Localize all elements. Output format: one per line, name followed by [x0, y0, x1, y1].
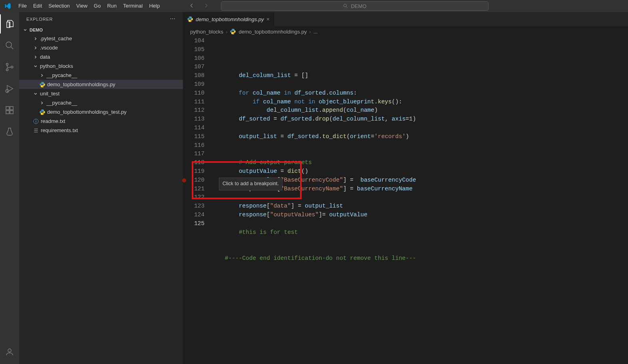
code-line[interactable]: [211, 80, 628, 89]
tab-label: demo_topbottomnholdings.py: [196, 16, 264, 22]
chevron-down-icon: [22, 27, 28, 33]
command-center[interactable]: DEMO: [221, 1, 489, 11]
search-activity-icon[interactable]: [0, 36, 19, 55]
extensions-icon[interactable]: [0, 101, 19, 120]
source-control-icon[interactable]: [0, 57, 19, 77]
svg-rect-10: [6, 111, 9, 114]
code-line[interactable]: #this is for test: [211, 228, 628, 237]
breakpoint-tooltip: Click to add a breakpoint.: [219, 178, 282, 190]
explorer-title: EXPLORER: [26, 17, 53, 22]
tree-item-data[interactable]: data: [19, 52, 183, 61]
chevron-right-icon: [33, 54, 38, 60]
breadcrumb-separator: ›: [226, 29, 227, 35]
tree-item-python-blocks[interactable]: python_blocks: [19, 61, 183, 71]
code-line[interactable]: # Add output paramets: [211, 158, 628, 167]
code-line[interactable]: [211, 245, 628, 254]
code-line[interactable]: for col_name in df_sorted.columns:: [211, 89, 628, 98]
menu-view[interactable]: View: [73, 3, 91, 9]
menu-selection[interactable]: Selection: [45, 3, 73, 9]
editor-area: demo_topbottomnholdings.py × python_bloc…: [183, 12, 628, 364]
code-line[interactable]: if col_name not in object_blueprint.keys…: [211, 98, 628, 107]
folder-root[interactable]: DEMO: [19, 26, 183, 34]
tree-item-label: .vscode: [40, 45, 58, 51]
search-icon: [343, 3, 348, 9]
tree-item-label: demo_topbottomnholdings.py: [47, 81, 115, 87]
svg-rect-9: [10, 107, 13, 110]
explorer-icon[interactable]: [0, 14, 19, 34]
menu-go[interactable]: Go: [91, 3, 104, 9]
sidebar: EXPLORER DEMO .pytest_cache.vscodedatapy…: [19, 12, 183, 364]
nav-forward-icon[interactable]: [203, 2, 209, 10]
menu-edit[interactable]: Edit: [30, 3, 45, 9]
tree-item-label: demo_topbottomnholdings_test.py: [47, 109, 127, 115]
code-line[interactable]: #----Code end identification-do not remo…: [211, 254, 628, 263]
breakpoint-margin[interactable]: [181, 37, 187, 364]
code-line[interactable]: [211, 141, 628, 150]
tree-item-requirements-txt[interactable]: requirements.txt: [19, 126, 183, 135]
svg-point-14: [172, 18, 173, 19]
chevron-right-icon: [33, 36, 38, 42]
svg-point-4: [6, 63, 8, 65]
code-line[interactable]: outputValue = dict(): [211, 167, 628, 176]
tree-item--pycache-[interactable]: __pycache__: [19, 98, 183, 107]
code-line[interactable]: del_column_list = []: [211, 71, 628, 80]
tree-item-label: __pycache__: [46, 100, 77, 106]
tree-item-unit-test[interactable]: unit_test: [19, 89, 183, 98]
code-line[interactable]: response["data"] = output_list: [211, 202, 628, 211]
main-layout: EXPLORER DEMO .pytest_cache.vscodedatapy…: [0, 12, 628, 364]
code-editor[interactable]: 1041051061071081091101111121131141151161…: [183, 37, 628, 364]
code-line[interactable]: [211, 124, 628, 133]
chevron-right-icon: [33, 45, 38, 51]
minimap[interactable]: [596, 37, 628, 364]
code-line[interactable]: [211, 237, 628, 245]
code-line[interactable]: df_sorted = df_sorted.drop(del_column_li…: [211, 115, 628, 124]
svg-point-12: [8, 349, 11, 352]
tree-item-readme-txt[interactable]: readme.txt: [19, 117, 183, 126]
code-line[interactable]: response["outputValues"]= outputValue: [211, 211, 628, 220]
svg-point-18: [36, 119, 36, 120]
breakpoint-hint-icon[interactable]: [182, 178, 186, 182]
svg-point-15: [174, 18, 175, 19]
line-number-gutter[interactable]: 1041051061071081091101111121131141151161…: [183, 37, 211, 364]
menu-file[interactable]: File: [15, 3, 30, 9]
python-file-icon: [39, 109, 46, 115]
tree-item-demo-topbottomnholdings-test-py[interactable]: demo_topbottomnholdings_test.py: [19, 107, 183, 117]
tree-item--pytest-cache[interactable]: .pytest_cache: [19, 34, 183, 43]
editor-tab[interactable]: demo_topbottomnholdings.py ×: [183, 12, 274, 26]
breadcrumb-item[interactable]: ...: [313, 29, 318, 35]
tree-item--vscode[interactable]: .vscode: [19, 43, 183, 52]
menu-help[interactable]: Help: [146, 3, 163, 9]
menu-terminal[interactable]: Terminal: [120, 3, 146, 9]
tree-item-label: requirements.txt: [41, 127, 78, 133]
run-debug-icon[interactable]: [0, 79, 19, 98]
breadcrumb-item[interactable]: python_blocks: [190, 29, 223, 35]
code-line[interactable]: del_column_list.append(col_name): [211, 106, 628, 115]
menu-run[interactable]: Run: [104, 3, 120, 9]
chevron-down-icon: [33, 63, 38, 69]
breadcrumbs[interactable]: python_blocks›demo_topbottomnholdings.py…: [183, 26, 628, 37]
svg-line-1: [346, 7, 348, 8]
code-line[interactable]: output_list = df_sorted.to_dict(orient='…: [211, 133, 628, 141]
breadcrumb-item[interactable]: demo_topbottomnholdings.py: [238, 29, 307, 35]
vscode-logo-icon: [4, 2, 11, 10]
folder-root-label: DEMO: [30, 28, 43, 32]
tree-item--pycache-[interactable]: __pycache__: [19, 71, 183, 80]
svg-rect-11: [10, 111, 13, 114]
tree-item-demo-topbottomnholdings-py[interactable]: demo_topbottomnholdings.py: [19, 80, 183, 89]
titlebar: FileEditSelectionViewGoRunTerminalHelp D…: [0, 0, 628, 12]
nav-back-icon[interactable]: [189, 2, 195, 10]
tree-item-label: python_blocks: [40, 63, 73, 69]
close-icon[interactable]: ×: [266, 16, 270, 22]
testing-icon[interactable]: [0, 122, 19, 141]
more-actions-icon[interactable]: [169, 16, 176, 23]
code-line[interactable]: [211, 220, 628, 228]
menubar: FileEditSelectionViewGoRunTerminalHelp: [15, 0, 163, 12]
svg-point-2: [6, 42, 12, 47]
code-line[interactable]: [211, 193, 628, 202]
code-content[interactable]: Click to add a breakpoint. del_column_li…: [211, 37, 628, 364]
chevron-right-icon: [39, 73, 45, 78]
chevron-down-icon: [33, 91, 38, 97]
accounts-icon[interactable]: [0, 342, 19, 362]
svg-rect-8: [6, 107, 9, 110]
code-line[interactable]: [211, 150, 628, 158]
